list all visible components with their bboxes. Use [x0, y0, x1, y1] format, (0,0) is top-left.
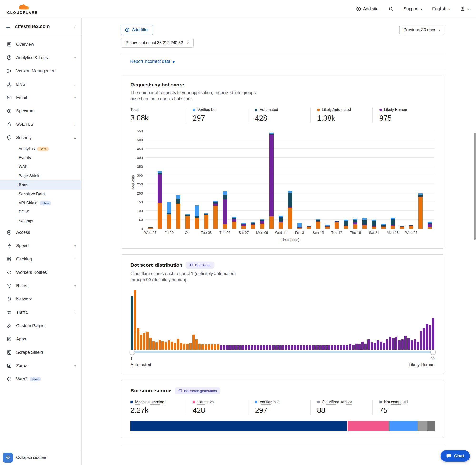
chevron-down-icon: ▾ — [448, 7, 450, 11]
search-button[interactable] — [389, 6, 394, 11]
histogram-bar — [217, 344, 219, 349]
card-title: Bot score source — [130, 388, 171, 394]
site-selector[interactable]: ← cftestsite3.com ▸ — [0, 18, 81, 35]
sidebar-item-analytics[interactable]: AnalyticsBeta — [0, 144, 81, 153]
cloudflare-logo[interactable]: CLOUDFLARE — [7, 4, 38, 14]
x-tick-label: Wed 11 — [275, 231, 287, 234]
sidebar-item-rules[interactable]: Rules▾ — [0, 279, 81, 292]
sidebar-item-label: Speed — [16, 243, 29, 248]
histogram-bar — [171, 342, 173, 349]
sidebar-item-bots[interactable]: Bots — [0, 180, 81, 190]
bar-slot — [323, 131, 332, 229]
sidebar-item-spectrum[interactable]: Spectrum — [0, 104, 81, 118]
sidebar-item-sensitive-data[interactable]: Sensitive Data — [0, 190, 81, 199]
report-incorrect-data-link[interactable]: Report incorrect data ▶ — [130, 59, 175, 64]
histogram-bar — [328, 345, 330, 349]
sidebar-item-workers-routes[interactable]: Workers Routes — [0, 266, 81, 279]
bot-score-generation-badge[interactable]: Bot score generation — [175, 387, 220, 394]
histogram-bar — [318, 345, 321, 349]
slider-handle-max[interactable] — [430, 349, 435, 355]
sidebar-item-label: Version Management — [16, 69, 57, 74]
bar-segment-likely-automated — [204, 215, 208, 229]
histogram-bar — [423, 328, 425, 349]
histogram-bar — [278, 345, 281, 349]
stat-verified-bot: Verified bot297 — [248, 400, 310, 415]
support-menu[interactable]: Support ▾ — [404, 6, 422, 11]
sidebar-item-analytics-logs[interactable]: Analytics & Logs▾ — [0, 51, 81, 64]
ssl-tls-icon — [7, 122, 12, 127]
sidebar-item-security[interactable]: Security▴ — [0, 131, 81, 144]
sidebar-item-access[interactable]: Access — [0, 226, 81, 239]
sidebar-item-email[interactable]: Email▾ — [0, 91, 81, 104]
sidebar-item-ssl-tls[interactable]: SSL/TLS▾ — [0, 118, 81, 131]
bar-slot — [341, 131, 351, 229]
bar-segment-likely-automated — [372, 227, 376, 228]
back-arrow-icon[interactable]: ← — [5, 23, 11, 30]
stat-label: Total — [130, 108, 138, 112]
sidebar-item-zaraz[interactable]: Zaraz▾ — [0, 359, 81, 372]
histogram-bar — [269, 345, 271, 349]
stat-label-text: Machine learning — [135, 400, 164, 404]
histogram-bar — [232, 345, 234, 349]
bar-stack — [381, 224, 386, 228]
bot-score-badge[interactable]: Bot Score — [186, 262, 214, 269]
remove-filter-icon[interactable]: ✕ — [186, 40, 190, 45]
y-tick-label: 300 — [137, 173, 143, 177]
sidebar-subitem-label: WAF — [19, 165, 27, 169]
report-row: Report incorrect data ▶ — [121, 54, 444, 69]
slider-handle-min[interactable] — [129, 349, 135, 355]
histogram-bar — [414, 339, 416, 349]
histogram-bar — [395, 337, 397, 349]
sidebar-item-settings[interactable]: Settings — [0, 217, 81, 226]
sidebar-item-label: Workers Routes — [16, 270, 47, 275]
sidebar-item-caching[interactable]: Caching▾ — [0, 252, 81, 266]
sidebar-item-version-management[interactable]: Version Management — [0, 64, 81, 78]
x-tick-label: Tue 03 — [201, 231, 212, 234]
account-menu[interactable]: ▾ — [460, 6, 469, 12]
histogram — [130, 290, 434, 349]
sidebar-item-events[interactable]: Events — [0, 153, 81, 162]
histogram-bar — [432, 318, 434, 349]
histogram-bar — [180, 343, 182, 349]
date-range-dropdown[interactable]: Previous 30 days ▾ — [399, 25, 444, 35]
bar-segment-likely-human — [428, 224, 432, 227]
bar-slot — [174, 131, 183, 229]
sidebar-subitem-label: DDoS — [19, 210, 29, 214]
sidebar-item-network[interactable]: Network — [0, 292, 81, 306]
sidebar-item-custom-pages[interactable]: Custom Pages — [0, 319, 81, 332]
histogram-bar — [309, 345, 311, 349]
add-filter-button[interactable]: Add filter — [121, 25, 153, 35]
x-tick-label: Sat 07 — [238, 231, 249, 234]
sidebar-item-waf[interactable]: WAF — [0, 162, 81, 171]
histogram-bar — [226, 345, 228, 349]
bar-segment-likely-automated — [279, 222, 283, 228]
filter-chip[interactable]: IP does not equal 35.212.240.32 ✕ — [121, 38, 194, 48]
chevron-down-icon: ▾ — [74, 244, 76, 247]
requests-chart: Requests 0501001502002503003504004505005… — [130, 131, 434, 242]
stat-label: Machine learning — [130, 400, 164, 404]
bar-slot — [397, 131, 406, 229]
bar-stack — [186, 214, 190, 228]
sidebar-item-dns[interactable]: DNS▾ — [0, 78, 81, 91]
histogram-bar — [275, 345, 278, 349]
sidebar-item-overview[interactable]: Overview — [0, 38, 81, 51]
scrollbar-thumb[interactable] — [474, 133, 476, 240]
language-menu[interactable]: English ▾ — [432, 6, 450, 11]
sidebar-item-page-shield[interactable]: Page Shield — [0, 171, 81, 180]
chat-button[interactable]: Chat — [441, 450, 470, 462]
stat-value: 428 — [255, 114, 310, 123]
y-tick-label: 250 — [137, 182, 143, 186]
settings-gear-button[interactable]: ⚙ — [3, 453, 13, 463]
sidebar-item-api-shield[interactable]: API ShieldNew — [0, 199, 81, 208]
histogram-bar — [242, 345, 244, 349]
sidebar-item-scrape-shield[interactable]: Scrape Shield — [0, 346, 81, 359]
sidebar-item-apps[interactable]: Apps — [0, 332, 81, 346]
collapse-sidebar-button[interactable]: Collapse sidebar — [16, 455, 46, 460]
bar-segment-likely-automated — [223, 224, 227, 229]
sidebar-item-traffic[interactable]: Traffic▾ — [0, 306, 81, 319]
sidebar-item-ddos[interactable]: DDoS — [0, 208, 81, 217]
sidebar-item-speed[interactable]: Speed▾ — [0, 239, 81, 252]
add-site-button[interactable]: Add site — [356, 6, 379, 11]
sidebar-item-web3[interactable]: Web3New — [0, 372, 81, 386]
sidebar-item-label: Access — [16, 230, 30, 235]
